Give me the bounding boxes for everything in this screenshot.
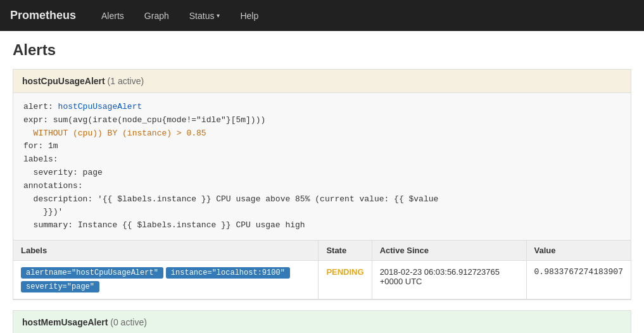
label-badge-instance[interactable]: instance="localhost:9100" — [166, 267, 290, 279]
alert-table-cpu: Labels State Active Since Value alertnam… — [13, 241, 631, 299]
page-content: Alerts hostCpuUsageAlert (1 active) aler… — [0, 31, 644, 333]
chevron-down-icon: ▾ — [217, 12, 220, 19]
col-labels: Labels — [13, 241, 319, 261]
col-value: Value — [526, 241, 631, 261]
brand-link[interactable]: Prometheus — [10, 9, 76, 22]
alert-group-name-cpu: hostCpuUsageAlert — [22, 76, 105, 86]
cell-active-since: 2018-02-23 06:03:56.912723765 +0000 UTC — [372, 260, 526, 299]
cell-labels: alertname="hostCpuUsageAlert" instance="… — [13, 260, 319, 299]
alert-code-cpu: alert: hostCpuUsageAlert expr: sum(avg(i… — [13, 93, 631, 241]
nav-status[interactable]: Status ▾ — [179, 0, 230, 31]
navbar: Prometheus Alerts Graph Status ▾ Help — [0, 0, 644, 31]
col-active-since: Active Since — [372, 241, 526, 261]
state-badge: PENDING — [326, 267, 363, 277]
label-badge-alertname[interactable]: alertname="hostCpuUsageAlert" — [21, 267, 163, 279]
alert-group-mem: hostMemUsageAlert (0 active) — [13, 310, 631, 333]
nav-graph[interactable]: Graph — [134, 0, 179, 31]
nav-alerts[interactable]: Alerts — [91, 0, 134, 31]
nav-help[interactable]: Help — [230, 0, 268, 31]
alert-group-header-mem: hostMemUsageAlert (0 active) — [13, 311, 631, 333]
alert-group-header-cpu: hostCpuUsageAlert (1 active) — [13, 70, 631, 93]
col-state: State — [319, 241, 372, 261]
alert-active-count-mem: (0 active) — [110, 317, 147, 327]
alert-active-count-cpu: (1 active) — [108, 76, 144, 86]
cell-state: PENDING — [319, 260, 372, 299]
cell-value: 0.9833767274183907 — [526, 260, 631, 299]
table-row: alertname="hostCpuUsageAlert" instance="… — [13, 260, 631, 299]
label-badge-severity[interactable]: severity="page" — [21, 281, 99, 292]
alert-group-name-mem: hostMemUsageAlert — [22, 317, 108, 327]
alert-group-cpu: hostCpuUsageAlert (1 active) alert: host… — [13, 69, 631, 300]
label-badges: alertname="hostCpuUsageAlert" instance="… — [21, 267, 310, 292]
page-title: Alerts — [13, 41, 631, 59]
